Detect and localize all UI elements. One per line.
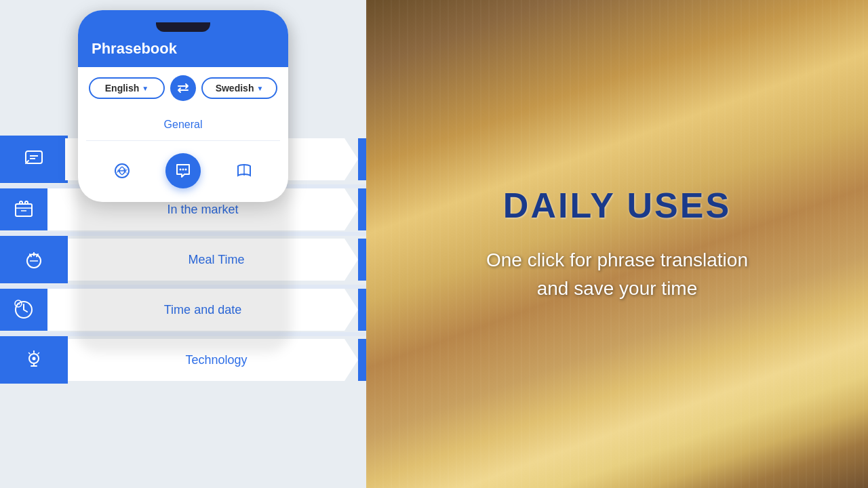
tab-meal-icon-area [0, 236, 68, 283]
swap-languages-button[interactable] [170, 75, 196, 101]
meal-icon [23, 249, 45, 270]
tab-technology-icon-area [0, 336, 68, 384]
svg-point-4 [182, 169, 184, 171]
phone-notch [156, 22, 210, 32]
svg-point-5 [185, 169, 187, 171]
bottom-navigation: A 文 [78, 146, 288, 188]
tab-market-icon-area [0, 188, 47, 230]
to-language-button[interactable]: Swedish ▼ [201, 77, 277, 99]
right-content: DAILY USES One click for phrase translat… [454, 158, 780, 330]
chat-bubble-icon [174, 161, 193, 180]
chat-icon [23, 148, 45, 170]
nav-chat-button[interactable] [165, 153, 201, 188]
phone-mockup: Phrasebook English ▼ Swedish ▼ General [78, 10, 288, 202]
to-language-arrow: ▼ [256, 85, 263, 92]
nav-translate-button[interactable]: A 文 [104, 153, 140, 188]
svg-line-23 [29, 353, 31, 354]
translate-icon: A 文 [113, 161, 132, 180]
svg-rect-10 [16, 204, 32, 216]
svg-text:文: 文 [123, 168, 128, 174]
phone-header: Phrasebook [78, 10, 288, 67]
tech-icon [23, 349, 45, 371]
tab-time-icon-area [0, 289, 47, 331]
from-language-label: English [105, 83, 140, 94]
svg-text:A: A [117, 168, 121, 174]
tab-meal-accent [358, 239, 366, 281]
to-language-label: Swedish [216, 83, 254, 94]
tab-time-accent [358, 289, 366, 331]
menu-item-general-label: General [164, 119, 203, 131]
menu-item-general[interactable]: General [86, 109, 280, 141]
tab-technology-accent [358, 339, 366, 381]
phone-menu: General [78, 109, 288, 141]
from-language-arrow: ▼ [142, 85, 149, 92]
from-language-button[interactable]: English ▼ [89, 77, 165, 99]
tab-general-accent [358, 138, 366, 180]
daily-uses-title: DAILY USES [481, 185, 753, 226]
language-selector: English ▼ Swedish ▼ [78, 67, 288, 109]
app-title: Phrasebook [92, 40, 275, 58]
tab-general-icon-area [0, 136, 68, 183]
svg-line-22 [38, 353, 39, 354]
market-icon [13, 199, 35, 220]
svg-point-18 [33, 357, 36, 361]
daily-uses-subtitle: One click for phrase translation and sav… [481, 246, 753, 303]
right-panel: DAILY USES One click for phrase translat… [366, 0, 868, 488]
nav-book-button[interactable] [226, 153, 262, 188]
tab-market-accent [358, 188, 366, 230]
swap-icon [176, 81, 190, 95]
clock-icon [13, 299, 35, 321]
svg-point-3 [180, 169, 182, 171]
book-icon [235, 161, 254, 180]
left-panel: Phrasebook English ▼ Swedish ▼ General [0, 0, 366, 488]
